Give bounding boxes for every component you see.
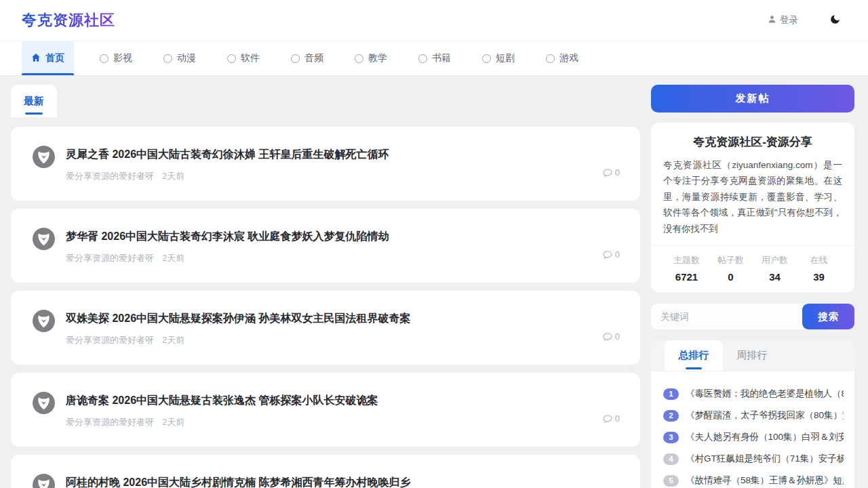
post-body: 双姝美探 2026中国大陆悬疑探案孙伊涵 孙美林双女主民国法租界破奇案 爱分享资… (66, 310, 410, 365)
nav-label: 教学 (368, 52, 387, 64)
nav-item-teaching[interactable]: 教学 (349, 41, 393, 75)
post-title[interactable]: 梦华胥 2026中国大陆古装奇幻李沐宸 耿业庭食梦妖入梦复仇陷情劫 (66, 230, 389, 244)
comment-icon (603, 250, 612, 260)
circle-icon (546, 54, 555, 63)
post-title[interactable]: 双姝美探 2026中国大陆悬疑探案孙伊涵 孙美林双女主民国法租界破奇案 (66, 312, 410, 326)
avatar (33, 146, 55, 168)
sidebar: 发新帖 夸克资源社区-资源分享 夸克资源社区（ziyuanfenxiang.co… (651, 85, 854, 488)
list-item[interactable]: 2 《梦醒踹渣，太子爷拐我回家（80集）黄 (663, 409, 844, 422)
stat-label: 用户数 (753, 254, 797, 266)
post-meta: 爱分享资源的爱好者呀 2天前 (66, 334, 410, 346)
post-body: 灵犀之香 2026中国大陆古装奇幻徐沐婵 王轩皇后重生破解死亡循环 爱分享资源的… (66, 146, 389, 201)
search-button[interactable]: 搜索 (802, 304, 854, 329)
nav-item-games[interactable]: 游戏 (540, 41, 584, 75)
post-card[interactable]: 阿桂的村晚 2026中国大陆乡村剧情克楠 陈梦希湘西青年筹办村晚唤归乡 爱分享资… (11, 455, 640, 488)
rank-title: 《夫人她另有身份（100集）白羽＆刘安 (686, 431, 844, 443)
header-actions: 登录 (768, 14, 841, 28)
post-author: 爱分享资源的爱好者呀 (66, 334, 154, 346)
stat-topics: 主题数 6721 (665, 254, 709, 283)
list-item[interactable]: 3 《夫人她另有身份（100集）白羽＆刘安 (663, 431, 844, 443)
circle-icon (355, 54, 363, 63)
post-title[interactable]: 灵犀之香 2026中国大陆古装奇幻徐沐婵 王轩皇后重生破解死亡循环 (66, 148, 389, 162)
nav-item-software[interactable]: 软件 (222, 41, 265, 75)
nav-item-movies[interactable]: 影视 (94, 41, 138, 75)
post-time: 2天前 (162, 170, 184, 182)
moon-icon (829, 14, 841, 28)
login-label: 登录 (780, 14, 798, 26)
post-body: 阿桂的村晚 2026中国大陆乡村剧情克楠 陈梦希湘西青年筹办村晚唤归乡 爱分享资… (66, 474, 410, 488)
ranking-list: 1 《毒医赘婿：我的绝色老婆是植物人（81 2 《梦醒踹渣，太子爷拐我回家（80… (651, 371, 854, 488)
ranking-tabs: 总排行 周排行 (651, 340, 854, 371)
post-card[interactable]: 梦华胥 2026中国大陆古装奇幻李沐宸 耿业庭食梦妖入梦复仇陷情劫 爱分享资源的… (11, 209, 640, 283)
post-time: 2天前 (162, 334, 184, 346)
nav-label: 影视 (113, 52, 132, 64)
nav-label: 首页 (45, 52, 64, 64)
post-body: 唐诡奇案 2026中国大陆悬疑古装张逸杰 管栎探案小队长安破诡案 爱分享资源的爱… (66, 392, 378, 447)
stat-value: 0 (709, 271, 753, 283)
post-meta: 爱分享资源的爱好者呀 2天前 (66, 170, 389, 182)
stat-online: 在线 39 (797, 254, 841, 283)
comment-number: 0 (615, 167, 620, 178)
post-title[interactable]: 阿桂的村晚 2026中国大陆乡村剧情克楠 陈梦希湘西青年筹办村晚唤归乡 (66, 476, 410, 488)
user-icon (768, 15, 776, 26)
avatar (33, 310, 55, 332)
stat-value: 34 (753, 271, 797, 283)
circle-icon (418, 54, 427, 63)
about-card: 夸克资源社区-资源分享 夸克资源社区（ziyuanfenxiang.com）是一… (651, 123, 854, 292)
list-item[interactable]: 4 《村GT狂飙姐是纯爷们（71集）安子杨＆ (663, 453, 844, 465)
dark-mode-toggle[interactable] (829, 14, 841, 28)
new-post-button[interactable]: 发新帖 (651, 85, 854, 113)
stat-value: 39 (797, 271, 841, 283)
circle-icon (100, 54, 108, 63)
post-feed: 最新 灵犀之香 2026中国大陆古装奇幻徐沐婵 王轩皇后重生破解死亡循环 爱分享… (11, 85, 640, 488)
stat-value: 6721 (665, 271, 709, 283)
stat-label: 帖子数 (709, 254, 753, 266)
tab-latest[interactable]: 最新 (11, 85, 57, 117)
rank-title: 《故情难寻（58集）王博＆孙妍恩》短剧 (686, 474, 844, 487)
circle-icon (482, 54, 491, 63)
login-button[interactable]: 登录 (768, 14, 798, 26)
comment-icon (603, 168, 612, 178)
post-author: 爱分享资源的爱好者呀 (66, 170, 154, 182)
top-header: 夸克资源社区 登录 (0, 0, 868, 41)
community-stats: 主题数 6721 帖子数 0 用户数 34 在线 39 (663, 246, 842, 292)
main-layout: 最新 灵犀之香 2026中国大陆古装奇幻徐沐婵 王轩皇后重生破解死亡循环 爱分享… (0, 76, 868, 488)
stat-posts: 帖子数 0 (709, 254, 753, 283)
rank-badge: 4 (663, 453, 679, 465)
ranking-card: 总排行 周排行 1 《毒医赘婿：我的绝色老婆是植物人（81 2 《梦醒踹渣，太子… (651, 340, 854, 488)
circle-icon (227, 54, 236, 63)
comment-icon (603, 414, 612, 424)
post-time: 2天前 (162, 252, 184, 264)
circle-icon (291, 54, 300, 63)
stat-label: 主题数 (665, 254, 709, 266)
nav-item-books[interactable]: 书籍 (413, 41, 456, 75)
stat-label: 在线 (797, 254, 841, 266)
tab-total-ranking[interactable]: 总排行 (665, 340, 723, 371)
site-logo[interactable]: 夸克资源社区 (22, 10, 115, 30)
nav-item-home[interactable]: 首页 (22, 41, 74, 75)
post-card[interactable]: 灵犀之香 2026中国大陆古装奇幻徐沐婵 王轩皇后重生破解死亡循环 爱分享资源的… (11, 127, 640, 201)
nav-item-anime[interactable]: 动漫 (158, 41, 201, 75)
comment-number: 0 (615, 413, 620, 424)
comment-count: 0 (603, 249, 620, 260)
nav-item-audio[interactable]: 音频 (285, 41, 329, 75)
post-card[interactable]: 唐诡奇案 2026中国大陆悬疑古装张逸杰 管栎探案小队长安破诡案 爱分享资源的爱… (11, 373, 640, 447)
post-title[interactable]: 唐诡奇案 2026中国大陆悬疑古装张逸杰 管栎探案小队长安破诡案 (66, 394, 378, 408)
list-item[interactable]: 1 《毒医赘婿：我的绝色老婆是植物人（81 (663, 388, 844, 400)
circle-icon (163, 54, 172, 63)
rank-title: 《梦醒踹渣，太子爷拐我回家（80集）黄 (686, 409, 844, 422)
post-body: 梦华胥 2026中国大陆古装奇幻李沐宸 耿业庭食梦妖入梦复仇陷情劫 爱分享资源的… (66, 228, 389, 283)
comment-count: 0 (603, 413, 620, 424)
rank-badge: 3 (663, 432, 679, 443)
post-card[interactable]: 双姝美探 2026中国大陆悬疑探案孙伊涵 孙美林双女主民国法租界破奇案 爱分享资… (11, 291, 640, 365)
comment-count: 0 (603, 167, 620, 178)
nav-item-shortdrama[interactable]: 短剧 (477, 41, 520, 75)
post-meta: 爱分享资源的爱好者呀 2天前 (66, 416, 378, 428)
stat-users: 用户数 34 (753, 254, 797, 283)
rank-title: 《毒医赘婿：我的绝色老婆是植物人（81 (686, 388, 844, 400)
comment-icon (603, 332, 612, 342)
tab-weekly-ranking[interactable]: 周排行 (723, 340, 781, 371)
about-description: 夸克资源社区（ziyuanfenxiang.com）是一个专注于分享夸克网盘资源… (663, 157, 842, 237)
list-item[interactable]: 5 《故情难寻（58集）王博＆孙妍恩》短剧 (663, 474, 844, 487)
comment-number: 0 (615, 331, 620, 342)
